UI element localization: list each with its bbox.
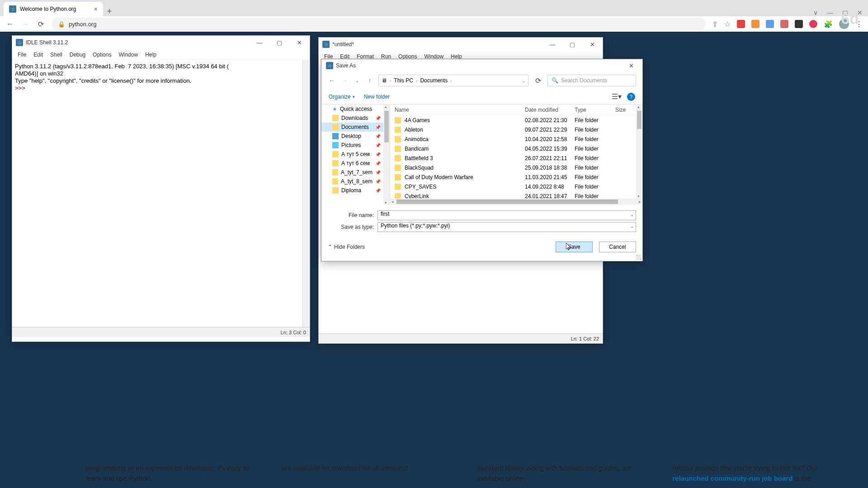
menu-edit[interactable]: Edit bbox=[31, 51, 46, 59]
filetype-select[interactable]: Python files (*.py;*.pyw;*.pyi) ⌄ bbox=[377, 222, 636, 232]
page-col-2: are available for download for all versi… bbox=[282, 463, 450, 483]
scrollbar[interactable] bbox=[302, 60, 310, 327]
col-size[interactable]: Size bbox=[615, 107, 638, 113]
ext-adblock-icon[interactable] bbox=[737, 20, 745, 28]
file-row[interactable]: Bandicam04.05.2022 15:39File folder bbox=[390, 144, 642, 153]
window-minimize-icon[interactable]: ∨ bbox=[813, 9, 818, 16]
idle-status: Ln: 3 Col: 0 bbox=[281, 330, 306, 335]
forward-button[interactable]: → bbox=[21, 20, 30, 28]
address-bar[interactable]: 🔒 python.org bbox=[52, 18, 706, 30]
menu-shell[interactable]: Shell bbox=[47, 51, 65, 59]
col-date[interactable]: Date modified bbox=[525, 107, 575, 113]
help-button[interactable]: ? bbox=[627, 93, 635, 101]
nav-forward-button[interactable]: → bbox=[340, 77, 349, 84]
view-mode-button[interactable]: ☰▾ bbox=[612, 92, 622, 101]
minimize-button[interactable]: ― bbox=[253, 39, 266, 46]
tree-scrollbar[interactable] bbox=[383, 104, 390, 205]
chevron-right-icon: › bbox=[416, 78, 417, 83]
col-name[interactable]: Name bbox=[395, 107, 525, 113]
new-folder-button[interactable]: New folder bbox=[364, 94, 390, 100]
list-vscrollbar[interactable] bbox=[636, 104, 642, 199]
tree-item[interactable]: А тут 6 сем📌 bbox=[321, 159, 390, 168]
close-button[interactable]: ✕ bbox=[624, 62, 638, 69]
file-row[interactable]: Battlefield 326.07.2021 22:11File folder bbox=[390, 153, 642, 163]
breadcrumb-root[interactable]: This PC bbox=[394, 77, 413, 84]
tree-item[interactable]: Documents📌 bbox=[321, 123, 390, 132]
organize-button[interactable]: Organize ▾ bbox=[329, 94, 355, 100]
refresh-button[interactable]: ⟳ bbox=[533, 76, 543, 85]
menu-window[interactable]: Window bbox=[116, 51, 141, 59]
tree-item[interactable]: A_tyt_7_sem📌 bbox=[321, 168, 390, 177]
menu-file[interactable]: File bbox=[15, 51, 29, 59]
extensions-icon[interactable]: 🧩 bbox=[824, 20, 833, 28]
cancel-button[interactable]: Cancel bbox=[599, 242, 636, 252]
file-list[interactable]: Name Date modified Type Size 4A Games02.… bbox=[390, 104, 642, 205]
share-icon[interactable]: ⇪ bbox=[712, 20, 718, 28]
new-tab-button[interactable]: + bbox=[103, 7, 116, 16]
lock-icon: 🔒 bbox=[58, 21, 65, 28]
filename-input[interactable]: first ⌄ bbox=[377, 210, 636, 220]
save-button[interactable]: Save bbox=[556, 242, 593, 252]
back-button[interactable]: ← bbox=[5, 20, 14, 28]
chevron-down-icon[interactable]: ⌄ bbox=[630, 212, 634, 217]
tree-item[interactable]: Desktop📌 bbox=[321, 132, 390, 141]
tree-label: Downloads bbox=[341, 115, 368, 121]
file-row[interactable]: BlackSquad25.09.2018 18:38File folder bbox=[390, 163, 642, 172]
ext-fox-icon[interactable] bbox=[751, 20, 760, 28]
prompt: >>> bbox=[15, 85, 25, 91]
tree-label: Quick access bbox=[340, 106, 372, 112]
tab-close-icon[interactable]: × bbox=[94, 5, 98, 13]
minimize-button[interactable]: ― bbox=[546, 41, 559, 48]
file-date: 26.07.2021 22:11 bbox=[525, 155, 575, 161]
tree-item[interactable]: А тут 5 сем📌 bbox=[321, 150, 390, 159]
tree-item[interactable]: A_tyt_8_sem📌 bbox=[321, 177, 390, 186]
pin-icon: 📌 bbox=[375, 134, 381, 139]
ext-shield-icon[interactable] bbox=[766, 20, 774, 28]
col-type[interactable]: Type bbox=[575, 107, 615, 113]
nav-recent-dropdown[interactable]: ⌄ bbox=[353, 78, 361, 83]
tree-item[interactable]: Diploma📌 bbox=[321, 186, 390, 195]
chevron-down-icon[interactable]: ⌄ bbox=[630, 224, 634, 229]
file-name: CPY_SAVES bbox=[405, 184, 436, 190]
editor-titlebar[interactable]: ☆ *untitled* ― ▢ ✕ bbox=[319, 38, 603, 51]
file-row[interactable]: CPY_SAVES14.09.2022 8:48File folder bbox=[390, 182, 642, 191]
ext-music-icon[interactable] bbox=[809, 20, 817, 28]
window-minimize-system[interactable]: ― bbox=[827, 9, 833, 16]
ext-calendar-icon[interactable] bbox=[780, 20, 788, 28]
idle-titlebar[interactable]: ☆ IDLE Shell 3.11.2 ― ▢ ✕ bbox=[12, 36, 310, 49]
file-row[interactable]: Call of Duty Modern Warfare11.03.2020 21… bbox=[390, 172, 642, 182]
resize-grip[interactable] bbox=[636, 255, 642, 260]
nav-back-button[interactable]: ← bbox=[328, 77, 336, 84]
reload-button[interactable]: ⟳ bbox=[36, 20, 45, 28]
job-board-link[interactable]: relaunched community-run job board bbox=[673, 474, 793, 482]
star-icon[interactable]: ☆ bbox=[724, 20, 731, 28]
breadcrumb-dropdown[interactable]: ⌄ bbox=[522, 78, 525, 83]
menu-options[interactable]: Options bbox=[90, 51, 114, 59]
tree-item[interactable]: Downloads📌 bbox=[321, 114, 390, 123]
file-row[interactable]: Ableton09.07.2021 22:29File folder bbox=[390, 125, 642, 134]
shell-output[interactable]: Python 3.11.2 (tags/v3.11.2:878ead1, Feb… bbox=[12, 60, 310, 327]
menu-debug[interactable]: Debug bbox=[67, 51, 88, 59]
close-button[interactable]: ✕ bbox=[585, 41, 599, 48]
chevron-up-icon: ⌃ bbox=[328, 244, 332, 250]
search-input[interactable]: 🔍 Search Documents bbox=[547, 75, 636, 86]
file-row[interactable]: 4A Games02.08.2022 21:30File folder bbox=[390, 115, 642, 125]
editor-status: Ln: 1 Col: 22 bbox=[571, 336, 599, 341]
file-row[interactable]: Animotica10.04.2020 12:58File folder bbox=[390, 134, 642, 144]
maximize-button[interactable]: ▢ bbox=[566, 41, 579, 48]
saveas-titlebar[interactable]: ☆ Save As ✕ bbox=[321, 59, 642, 72]
list-hscrollbar[interactable] bbox=[390, 199, 642, 205]
close-button[interactable]: ✕ bbox=[292, 39, 306, 46]
maximize-button[interactable]: ▢ bbox=[273, 39, 286, 46]
hide-folders-toggle[interactable]: ⌃ Hide Folders bbox=[328, 244, 365, 250]
tree-item[interactable]: Pictures📌 bbox=[321, 141, 390, 150]
folder-tree[interactable]: ★Quick accessDownloads📌Documents📌Desktop… bbox=[321, 104, 390, 205]
file-name: 4A Games bbox=[405, 117, 430, 123]
breadcrumb-current[interactable]: Documents bbox=[420, 77, 448, 84]
breadcrumb[interactable]: 🖥 › This PC › Documents › ⌄ bbox=[378, 75, 528, 86]
tree-item[interactable]: ★Quick access bbox=[321, 104, 390, 114]
browser-tab[interactable]: ☆ Welcome to Python.org × bbox=[4, 2, 103, 16]
ext-dark-icon[interactable] bbox=[795, 20, 803, 28]
menu-help[interactable]: Help bbox=[142, 51, 159, 59]
nav-up-button[interactable]: ↑ bbox=[366, 77, 374, 84]
